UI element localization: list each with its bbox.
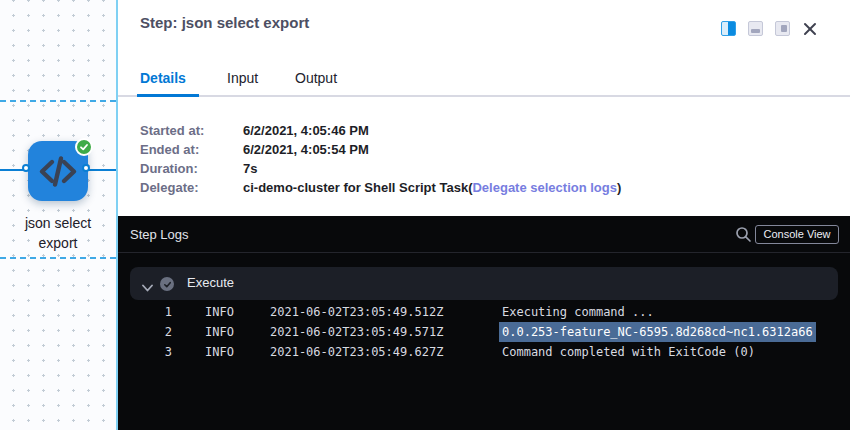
detail-value: 6/2/2021, 4:05:54 PM	[243, 140, 843, 159]
log-level: INFO	[205, 302, 234, 322]
node-label: json select export	[0, 213, 116, 253]
log-line-number: 3	[142, 342, 172, 362]
log-line: 3 INFO 2021-06-02T23:05:49.627Z Command …	[118, 342, 850, 362]
pipeline-canvas[interactable]: json select export	[0, 0, 116, 430]
tab-active-indicator	[137, 94, 199, 97]
detail-label: Delegate:	[140, 178, 240, 197]
node-label-line1: json select	[0, 213, 116, 233]
split-view-icon[interactable]	[721, 21, 736, 36]
log-line-number: 1	[142, 302, 172, 322]
stage-boundary-bottom	[0, 257, 116, 259]
page-title: Step: json select export	[140, 14, 309, 31]
tab-output[interactable]: Output	[295, 70, 337, 86]
tab-input[interactable]: Input	[227, 70, 258, 86]
step-logs-header: Step Logs Console View	[118, 216, 850, 253]
delegate-value-prefix: ci-demo-cluster for Shell Script Task(	[243, 180, 472, 195]
step-logs-title: Step Logs	[130, 227, 189, 242]
log-line: 2 INFO 2021-06-02T23:05:49.571Z 0.0.253-…	[118, 322, 850, 342]
log-timestamp: 2021-06-02T23:05:49.512Z	[270, 302, 443, 322]
delegate-selection-logs-link[interactable]: Delegate selection logs	[472, 180, 617, 195]
step-detail-screen: json select export Step: json select exp…	[0, 0, 850, 430]
delegate-value-suffix: )	[617, 180, 621, 195]
log-level: INFO	[205, 342, 234, 362]
success-check-badge-icon	[75, 138, 93, 156]
node-port-right	[82, 164, 90, 172]
close-icon[interactable]	[802, 21, 818, 37]
node-label-line2: export	[0, 233, 116, 253]
detail-value: ci-demo-cluster for Shell Script Task(De…	[243, 178, 843, 197]
log-message[interactable]: Executing command ...	[502, 302, 654, 322]
right-panel-layout-icon[interactable]	[775, 21, 790, 36]
log-line-number: 2	[142, 322, 172, 342]
log-level: INFO	[205, 322, 234, 342]
log-timestamp: 2021-06-02T23:05:49.627Z	[270, 342, 443, 362]
step-logs-panel: Step Logs Console View Execute	[118, 216, 850, 430]
log-message-selected[interactable]: 0.0.253-feature_NC-6595.8d268cd~nc1.6312…	[499, 322, 816, 342]
search-icon[interactable]	[735, 226, 752, 243]
section-success-check-icon	[160, 277, 174, 291]
tab-details[interactable]: Details	[140, 70, 186, 86]
log-timestamp: 2021-06-02T23:05:49.571Z	[270, 322, 443, 342]
log-lines: 1 INFO 2021-06-02T23:05:49.512Z Executin…	[118, 302, 850, 362]
log-line: 1 INFO 2021-06-02T23:05:49.512Z Executin…	[118, 302, 850, 322]
section-title: Execute	[187, 275, 234, 290]
bottom-panel-layout-icon[interactable]	[748, 21, 763, 36]
log-message[interactable]: Command completed with ExitCode (0)	[502, 342, 755, 362]
chevron-down-icon[interactable]	[142, 279, 153, 289]
console-view-button[interactable]: Console View	[755, 225, 839, 244]
tab-rule	[118, 95, 850, 97]
detail-value: 6/2/2021, 4:05:46 PM	[243, 121, 843, 140]
detail-label: Duration:	[140, 159, 240, 178]
stage-boundary-top	[0, 100, 116, 102]
node-port-left	[22, 164, 30, 172]
execute-section-header[interactable]: Execute	[130, 267, 838, 300]
step-detail-panel: Step: json select export Details Input O…	[118, 0, 850, 216]
detail-label: Started at:	[140, 121, 240, 140]
detail-label: Ended at:	[140, 140, 240, 159]
detail-value: 7s	[243, 159, 843, 178]
